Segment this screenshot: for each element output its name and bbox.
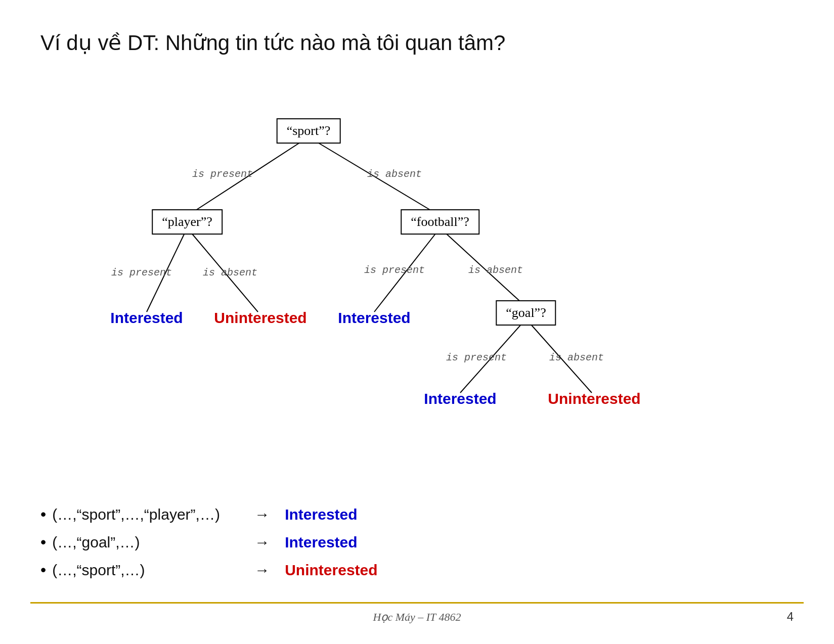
arrow-1: → (254, 506, 270, 523)
slide-title: Ví dụ về DT: Những tin tức nào mà tôi qu… (40, 30, 794, 55)
arrow-2: → (254, 534, 270, 551)
bullet-3: • (40, 561, 46, 579)
example-result-1: Interested (285, 506, 357, 523)
tree-container: “sport”? “player”? “football”? “goal”? I… (40, 75, 794, 419)
edge-sport-right: is absent (367, 168, 422, 180)
page-number: 4 (787, 610, 794, 624)
leaf-uninterested-1: Uninterested (214, 309, 306, 327)
example-row-1: • (…,“sport”,…,“player”,…) → Interested (40, 505, 794, 524)
bullet-2: • (40, 533, 46, 551)
slide: Ví dụ về DT: Những tin tức nào mà tôi qu… (0, 0, 834, 644)
example-result-3: Uninterested (285, 562, 377, 579)
edge-football-left: is present (364, 264, 425, 276)
edge-sport-left: is present (192, 168, 253, 180)
edge-player-left: is present (111, 267, 172, 279)
footer-text: Học Máy – IT 4862 (373, 611, 461, 624)
edge-football-right: is absent (468, 264, 523, 276)
example-condition-2: (…,“goal”,…) (52, 534, 244, 551)
node-goal: “goal”? (496, 300, 556, 326)
edge-goal-left: is present (446, 352, 507, 363)
example-result-2: Interested (285, 534, 357, 551)
leaf-uninterested-2: Uninterested (548, 390, 640, 407)
footer-line (30, 602, 804, 604)
node-sport: “sport”? (277, 118, 341, 144)
edge-goal-right: is absent (549, 352, 604, 363)
example-condition-3: (…,“sport”,…) (52, 562, 244, 579)
tree-svg (40, 75, 794, 419)
leaf-interested-1: Interested (110, 309, 183, 327)
examples-section: • (…,“sport”,…,“player”,…) → Interested … (40, 505, 794, 588)
edge-player-right: is absent (203, 267, 257, 279)
leaf-interested-3: Interested (424, 390, 496, 407)
leaf-interested-2: Interested (338, 309, 410, 327)
bullet-1: • (40, 505, 46, 524)
example-condition-1: (…,“sport”,…,“player”,…) (52, 506, 244, 523)
node-football: “football”? (401, 209, 479, 235)
node-player: “player”? (152, 209, 223, 235)
example-row-2: • (…,“goal”,…) → Interested (40, 533, 794, 551)
example-row-3: • (…,“sport”,…) → Uninterested (40, 561, 794, 579)
arrow-3: → (254, 562, 270, 579)
